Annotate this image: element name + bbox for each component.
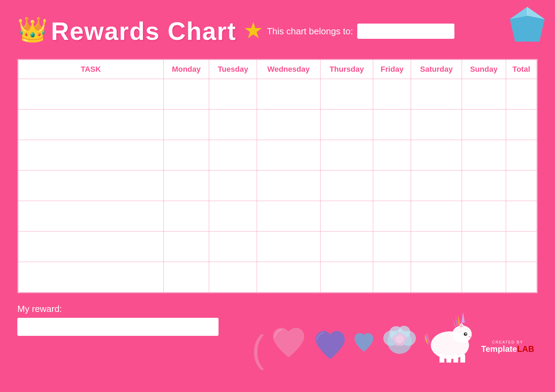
thu-cell-3[interactable] — [320, 140, 373, 171]
tot-cell-6[interactable] — [506, 232, 537, 262]
task-cell-5[interactable] — [18, 201, 164, 232]
tue-cell-3[interactable] — [209, 140, 257, 171]
brand-template: Template — [481, 344, 517, 354]
tot-cell-1[interactable] — [506, 79, 537, 110]
tot-cell-7[interactable] — [506, 262, 537, 293]
page: 👑 Rewards Chart ★ This chart belongs to:… — [0, 0, 555, 392]
sun-cell-3[interactable] — [462, 140, 506, 171]
task-cell-1[interactable] — [18, 79, 164, 110]
sat-cell-6[interactable] — [411, 232, 462, 262]
thu-cell-6[interactable] — [320, 232, 373, 262]
fri-cell-7[interactable] — [373, 262, 411, 293]
col-thursday: Thursday — [320, 60, 373, 79]
mon-cell-6[interactable] — [163, 232, 209, 262]
mon-cell-3[interactable] — [163, 140, 209, 171]
star-icon: ★ — [243, 19, 263, 42]
mon-cell-7[interactable] — [163, 262, 209, 293]
sun-cell-6[interactable] — [462, 232, 506, 262]
wed-cell-3[interactable] — [257, 140, 320, 171]
sat-cell-2[interactable] — [411, 110, 462, 140]
task-cell-7[interactable] — [18, 262, 164, 293]
tot-cell-5[interactable] — [506, 201, 537, 232]
thu-cell-7[interactable] — [320, 262, 373, 293]
thu-cell-2[interactable] — [320, 110, 373, 140]
col-wednesday: Wednesday — [257, 60, 320, 79]
created-by-label: CREATED BY — [492, 340, 523, 344]
table-header-row: TASK Monday Tuesday Wednesday Thursday F… — [18, 60, 537, 79]
rewards-table-container: TASK Monday Tuesday Wednesday Thursday F… — [17, 59, 538, 293]
task-cell-3[interactable] — [18, 140, 164, 171]
mon-cell-2[interactable] — [163, 110, 209, 140]
belongs-label: This chart belongs to: — [267, 26, 353, 37]
table-row — [18, 232, 537, 262]
tue-cell-6[interactable] — [209, 232, 257, 262]
table-row — [18, 140, 537, 171]
svg-point-17 — [395, 335, 404, 343]
mon-cell-4[interactable] — [163, 171, 209, 201]
fri-cell-6[interactable] — [373, 232, 411, 262]
task-cell-2[interactable] — [18, 110, 164, 140]
thu-cell-4[interactable] — [320, 171, 373, 201]
wed-cell-4[interactable] — [257, 171, 320, 201]
fri-cell-5[interactable] — [373, 201, 411, 232]
tue-cell-1[interactable] — [209, 79, 257, 110]
wed-cell-7[interactable] — [257, 262, 320, 293]
bracket-decoration: ( — [251, 330, 264, 368]
tue-cell-5[interactable] — [209, 201, 257, 232]
svg-rect-22 — [460, 354, 465, 363]
sat-cell-5[interactable] — [411, 201, 462, 232]
sun-cell-5[interactable] — [462, 201, 506, 232]
sat-cell-4[interactable] — [411, 171, 462, 201]
mon-cell-5[interactable] — [163, 201, 209, 232]
sun-cell-4[interactable] — [462, 171, 506, 201]
wed-cell-5[interactable] — [257, 201, 320, 232]
mon-cell-1[interactable] — [163, 79, 209, 110]
brand-lab: LAB — [517, 344, 534, 354]
table-row — [18, 262, 537, 293]
header: 👑 Rewards Chart ★ This chart belongs to: — [17, 10, 538, 52]
col-friday: Friday — [373, 60, 411, 79]
sun-cell-1[interactable] — [462, 79, 506, 110]
page-title: Rewards Chart — [51, 17, 236, 45]
fri-cell-3[interactable] — [373, 140, 411, 171]
svg-marker-26 — [461, 312, 465, 323]
pink-heart-icon — [270, 326, 308, 363]
reward-section: My reward: — [17, 304, 251, 336]
fri-cell-2[interactable] — [373, 110, 411, 140]
svg-marker-3 — [510, 16, 545, 42]
thu-cell-5[interactable] — [320, 201, 373, 232]
table-row — [18, 201, 537, 232]
brand-name: Template LAB — [481, 344, 534, 354]
name-input-box[interactable] — [357, 24, 454, 39]
fri-cell-1[interactable] — [373, 79, 411, 110]
wed-cell-2[interactable] — [257, 110, 320, 140]
col-task: TASK — [18, 60, 164, 79]
wed-cell-1[interactable] — [257, 79, 320, 110]
svg-point-31 — [465, 333, 467, 334]
sun-cell-7[interactable] — [462, 262, 506, 293]
sat-cell-1[interactable] — [411, 79, 462, 110]
fri-cell-4[interactable] — [373, 171, 411, 201]
tue-cell-2[interactable] — [209, 110, 257, 140]
col-tuesday: Tuesday — [209, 60, 257, 79]
belongs-to-section: This chart belongs to: — [267, 24, 454, 39]
tue-cell-4[interactable] — [209, 171, 257, 201]
sat-cell-7[interactable] — [411, 262, 462, 293]
reward-input-box[interactable] — [17, 318, 219, 336]
unicorn-icon — [424, 304, 476, 363]
tot-cell-2[interactable] — [506, 110, 537, 140]
table-row — [18, 110, 537, 140]
tue-cell-7[interactable] — [209, 262, 257, 293]
col-saturday: Saturday — [411, 60, 462, 79]
sun-cell-2[interactable] — [462, 110, 506, 140]
sat-cell-3[interactable] — [411, 140, 462, 171]
tot-cell-4[interactable] — [506, 171, 537, 201]
thu-cell-1[interactable] — [320, 79, 373, 110]
table-row — [18, 79, 537, 110]
tot-cell-3[interactable] — [506, 140, 537, 171]
svg-point-32 — [469, 336, 471, 338]
task-cell-4[interactable] — [18, 171, 164, 201]
wed-cell-6[interactable] — [257, 232, 320, 262]
crown-icon: 👑 — [17, 15, 48, 44]
task-cell-6[interactable] — [18, 232, 164, 262]
